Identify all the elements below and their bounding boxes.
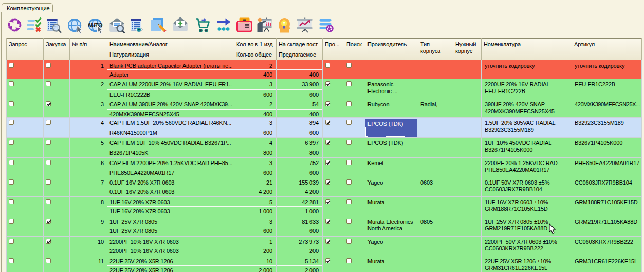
svg-text:AUTO: AUTO <box>88 22 103 28</box>
